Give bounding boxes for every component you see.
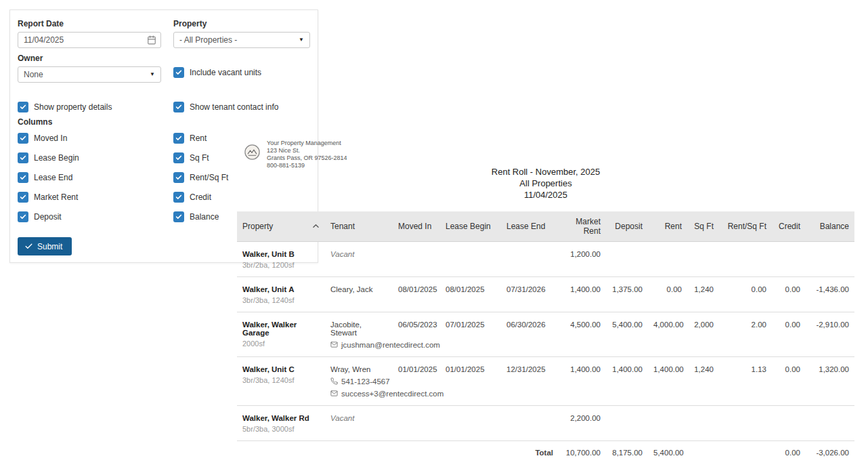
credit-cell: 0.00 xyxy=(772,312,806,356)
check-icon xyxy=(20,135,26,142)
header-balance[interactable]: Balance xyxy=(806,211,854,241)
rent-cell xyxy=(648,241,687,276)
column-option-balance: Balance xyxy=(173,211,228,222)
column-option-sq-ft: Sq Ft xyxy=(173,152,228,163)
header-market-rent[interactable]: Market Rent xyxy=(559,211,606,241)
column-option-moved-in: Moved In xyxy=(18,133,79,144)
sq-ft-checkbox[interactable] xyxy=(173,152,184,163)
owner-field: Owner None ▼ xyxy=(18,54,161,83)
chevron-down-icon: ▼ xyxy=(299,37,304,43)
report-date-label: Report Date xyxy=(18,19,161,28)
rent-label: Rent xyxy=(190,133,207,143)
sq-ft-label: Sq Ft xyxy=(190,153,209,163)
check-icon xyxy=(20,194,26,201)
header-property[interactable]: Property xyxy=(237,211,325,241)
moved-in-cell: 01/01/2025 xyxy=(393,356,440,405)
lease-begin-label: Lease Begin xyxy=(34,153,79,163)
header-lease-end[interactable]: Lease End xyxy=(501,211,559,241)
rent-roll-table-wrap: Property Tenant Moved In Lease Begin Lea… xyxy=(237,211,854,464)
property-detail: 5br/3ba, 3000sf xyxy=(242,425,320,433)
lease-end-cell xyxy=(501,241,559,276)
property-name: Walker, Unit A xyxy=(242,285,320,293)
lease-end-label: Lease End xyxy=(34,173,72,182)
lease-end-checkbox[interactable] xyxy=(18,172,28,183)
balance-label: Balance xyxy=(190,212,219,222)
report-title: Rent Roll - November, 2025 xyxy=(237,166,854,178)
report-date: 11/04/2025 xyxy=(237,189,854,201)
submit-button[interactable]: Submit xyxy=(18,237,72,255)
owner-select[interactable]: None ▼ xyxy=(18,66,161,83)
check-icon xyxy=(24,242,33,251)
credit-checkbox[interactable] xyxy=(173,192,184,203)
check-icon xyxy=(175,135,182,142)
check-icon xyxy=(20,104,26,110)
header-rent[interactable]: Rent xyxy=(648,211,687,241)
deposit-cell: 1,400.00 xyxy=(606,356,648,405)
tenant-phone[interactable]: 541-123-4567 xyxy=(330,377,387,386)
show-tenant-contact-checkbox[interactable] xyxy=(173,102,184,112)
market-rent-cell: 4,500.00 xyxy=(559,312,606,356)
check-icon xyxy=(175,194,182,201)
include-vacant-checkbox[interactable] xyxy=(173,67,184,78)
rent-cell xyxy=(648,405,687,440)
table-row: Walker, Unit A 3br/3ba, 1240sf Cleary, J… xyxy=(237,276,854,312)
sq-ft-cell: 2,000 xyxy=(687,312,719,356)
show-property-details-checkbox[interactable] xyxy=(18,102,28,112)
tenant-email[interactable]: jcushman@rentecdirect.com xyxy=(330,341,387,349)
property-name: Walker, Unit B xyxy=(242,250,320,258)
include-vacant-label: Include vacant units xyxy=(190,68,261,77)
property-label: Property xyxy=(173,19,310,28)
header-sq-ft[interactable]: Sq Ft xyxy=(687,211,719,241)
check-icon xyxy=(20,213,26,220)
balance-cell xyxy=(806,241,854,276)
balance-checkbox[interactable] xyxy=(173,211,184,222)
column-options-left: Moved In Lease Begin Lease End Market Re… xyxy=(18,133,79,222)
header-rent-sq-ft[interactable]: Rent/Sq Ft xyxy=(719,211,772,241)
rent-sq-ft-cell xyxy=(719,405,772,440)
rent-checkbox[interactable] xyxy=(173,133,184,144)
balance-cell: -1,436.00 xyxy=(806,276,854,312)
deposit-cell: 5,400.00 xyxy=(606,312,648,356)
credit-label: Credit xyxy=(190,192,211,202)
owner-select-value: None xyxy=(24,70,43,79)
header-credit[interactable]: Credit xyxy=(772,211,806,241)
total-deposit: 8,175.00 xyxy=(606,440,648,464)
header-moved-in[interactable]: Moved In xyxy=(393,211,440,241)
show-tenant-contact-label: Show tenant contact info xyxy=(190,102,278,112)
market-rent-checkbox[interactable] xyxy=(18,192,28,203)
table-total-row: Total 10,700.00 8,175.00 5,400.00 0.00 -… xyxy=(237,440,854,464)
moved-in-cell: 06/05/2023 xyxy=(393,312,440,356)
tenant-name: Vacant xyxy=(330,250,354,258)
credit-cell xyxy=(772,405,806,440)
property-select-value: - All Properties - xyxy=(179,35,237,45)
lease-begin-cell: 08/01/2025 xyxy=(440,276,501,312)
calendar-icon[interactable] xyxy=(147,35,156,45)
lease-begin-cell xyxy=(440,241,501,276)
header-lease-begin[interactable]: Lease Begin xyxy=(440,211,501,241)
property-name: Walker, Unit C xyxy=(242,365,320,373)
lease-end-cell: 06/30/2026 xyxy=(501,312,559,356)
moved-in-cell xyxy=(393,405,440,440)
moved-in-checkbox[interactable] xyxy=(18,133,28,144)
check-icon xyxy=(20,174,26,181)
header-deposit[interactable]: Deposit xyxy=(606,211,648,241)
header-tenant[interactable]: Tenant xyxy=(325,211,393,241)
property-select[interactable]: - All Properties - ▼ xyxy=(173,32,310,48)
show-tenant-contact-checkbox-row: Show tenant contact info xyxy=(173,102,278,112)
check-icon xyxy=(175,69,182,76)
check-icon xyxy=(20,155,26,161)
report-date-input[interactable] xyxy=(18,32,161,48)
tenant-email[interactable]: success+3@rentecdirect.com xyxy=(330,390,387,398)
moved-in-cell xyxy=(393,241,440,276)
market-rent-cell: 1,200.00 xyxy=(559,241,606,276)
rent-sq-ft-checkbox[interactable] xyxy=(173,172,184,183)
property-name: Walker, Walker Rd xyxy=(242,414,320,422)
company-address-line2: Grants Pass, OR 97526-2814 xyxy=(267,155,347,162)
rent-sq-ft-cell: 1.13 xyxy=(719,356,772,405)
deposit-checkbox[interactable] xyxy=(18,211,28,222)
column-options-right: Rent Sq Ft Rent/Sq Ft Credit Balance xyxy=(173,133,228,222)
check-icon xyxy=(175,174,182,181)
envelope-icon xyxy=(330,390,338,397)
rent-cell: 0.00 xyxy=(648,276,687,312)
lease-begin-checkbox[interactable] xyxy=(18,152,28,163)
